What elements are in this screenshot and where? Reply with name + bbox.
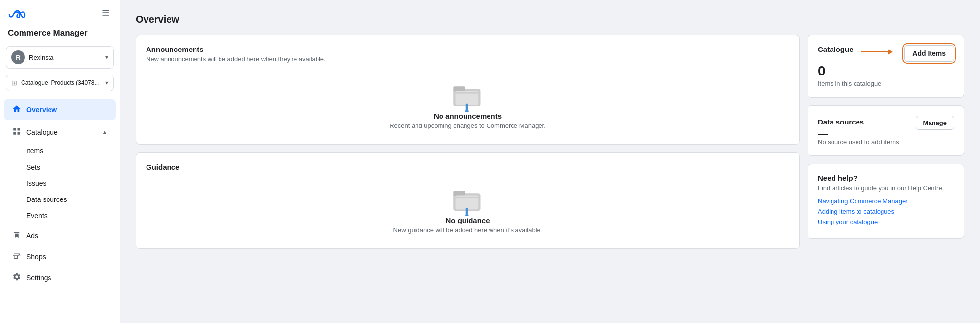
page-title: Overview: [136, 14, 964, 25]
guidance-empty-desc: New guidance will be added here when it'…: [393, 226, 542, 234]
help-title: Need help?: [818, 174, 954, 182]
sidebar-item-ads-label: Ads: [26, 232, 38, 240]
home-icon: [12, 104, 22, 115]
catalogue-chevron-icon: ▾: [105, 79, 108, 86]
svg-rect-10: [466, 208, 468, 215]
guidance-empty-icon: [451, 183, 485, 216]
catalogue-card-title-group: Catalogue: [818, 45, 854, 55]
catalogue-expand-icon: ▲: [102, 129, 108, 136]
grid-icon: ⊞: [11, 79, 17, 87]
catalogue-card-title: Catalogue: [818, 45, 854, 53]
hamburger-icon: ☰: [102, 8, 110, 18]
catalogue-count: 0: [818, 64, 954, 79]
dash-line: [818, 134, 828, 135]
arrow-head: [888, 49, 893, 55]
sidebar-item-catalogue[interactable]: Catalogue ▲: [4, 122, 116, 143]
sidebar-item-shops[interactable]: Shops: [4, 247, 116, 267]
sidebar-item-data-sources[interactable]: Data sources: [4, 192, 116, 207]
data-sources-header: Data sources Manage: [818, 116, 954, 130]
catalogue-children: Items Sets Issues Data sources Events: [0, 143, 120, 224]
nav-section: Overview Catalogue ▲ Items Sets Issues D…: [0, 99, 120, 289]
announcements-card: Announcements New announcements will be …: [136, 35, 800, 145]
no-source-text: No source used to add items: [818, 138, 954, 146]
announcements-empty-title: No announcements: [434, 112, 502, 120]
data-sources-card: Data sources Manage No source used to ad…: [808, 105, 964, 156]
avatar: R: [11, 50, 25, 64]
left-column: Announcements New announcements will be …: [136, 35, 800, 249]
catalogue-count-label: Items in this catalogue: [818, 80, 954, 87]
help-link-3[interactable]: Using your catalogue: [818, 218, 954, 225]
sidebar-item-overview[interactable]: Overview: [4, 99, 116, 120]
meta-logo-svg: [8, 8, 26, 18]
arrow-indicator: [861, 49, 893, 55]
sidebar-catalogue-section: Catalogue ▲ Items Sets Issues Data sourc…: [0, 122, 120, 224]
main-grid: Announcements New announcements will be …: [136, 35, 964, 249]
catalogue-selector[interactable]: ⊞ Catalogue_Products (34078... ▾: [6, 75, 114, 91]
sidebar-header: ☰: [0, 0, 120, 26]
svg-rect-3: [455, 92, 478, 94]
catalogue-card: Catalogue Add Items 0 Items in this cata…: [808, 35, 964, 98]
svg-rect-4: [466, 104, 468, 111]
right-column: Catalogue Add Items 0 Items in this cata…: [808, 35, 964, 249]
account-selector[interactable]: R Rexinsta ▾: [6, 46, 114, 69]
sidebar-item-settings-label: Settings: [26, 274, 51, 282]
settings-icon: [12, 273, 22, 283]
guidance-empty-title: No guidance: [445, 216, 490, 224]
main-content: Overview Announcements New announcements…: [120, 0, 980, 323]
sidebar-item-items[interactable]: Items: [4, 143, 116, 159]
svg-rect-7: [453, 191, 465, 196]
sidebar-item-overview-label: Overview: [26, 106, 57, 114]
help-link-2[interactable]: Adding items to catalogues: [818, 208, 954, 215]
sidebar: ☰ Commerce Manager R Rexinsta ▾ ⊞ Catalo…: [0, 0, 120, 323]
announcements-empty-state: No announcements Recent and upcoming cha…: [146, 69, 789, 134]
sidebar-item-events[interactable]: Events: [4, 208, 116, 224]
announcements-title: Announcements: [146, 45, 789, 53]
data-sources-title: Data sources: [818, 118, 864, 126]
announcements-empty-icon: [451, 78, 485, 112]
meta-logo: [8, 8, 26, 18]
guidance-card: Guidance No guidance New guidance will b…: [136, 152, 800, 249]
catalogue-label: Catalogue: [26, 128, 97, 136]
app-title: Commerce Manager: [0, 26, 120, 44]
announcements-subtitle: New announcements will be added here whe…: [146, 55, 789, 63]
guidance-empty-state: No guidance New guidance will be added h…: [146, 173, 789, 239]
catalogue-selector-name: Catalogue_Products (34078...: [21, 79, 101, 86]
hamburger-button[interactable]: ☰: [100, 6, 112, 21]
sidebar-item-sets[interactable]: Sets: [4, 159, 116, 175]
help-card: Need help? Find articles to guide you in…: [808, 164, 964, 239]
account-chevron-icon: ▾: [105, 54, 108, 61]
sidebar-item-settings[interactable]: Settings: [4, 268, 116, 288]
add-items-button[interactable]: Add Items: [904, 45, 954, 62]
svg-rect-1: [453, 86, 465, 91]
ads-icon: [12, 230, 22, 241]
help-link-1[interactable]: Navigating Commerce Manager: [818, 198, 954, 205]
svg-rect-9: [455, 197, 478, 198]
shops-icon: [12, 251, 22, 262]
arrow-line: [861, 51, 888, 52]
announcements-empty-desc: Recent and upcoming changes to Commerce …: [390, 122, 546, 129]
sidebar-item-issues[interactable]: Issues: [4, 175, 116, 191]
help-desc: Find articles to guide you in our Help C…: [818, 184, 954, 192]
sidebar-item-ads[interactable]: Ads: [4, 225, 116, 246]
guidance-title: Guidance: [146, 163, 789, 171]
account-name: Rexinsta: [29, 54, 101, 61]
catalogue-icon: [12, 127, 22, 138]
sidebar-item-shops-label: Shops: [26, 253, 46, 261]
manage-button[interactable]: Manage: [916, 116, 954, 130]
